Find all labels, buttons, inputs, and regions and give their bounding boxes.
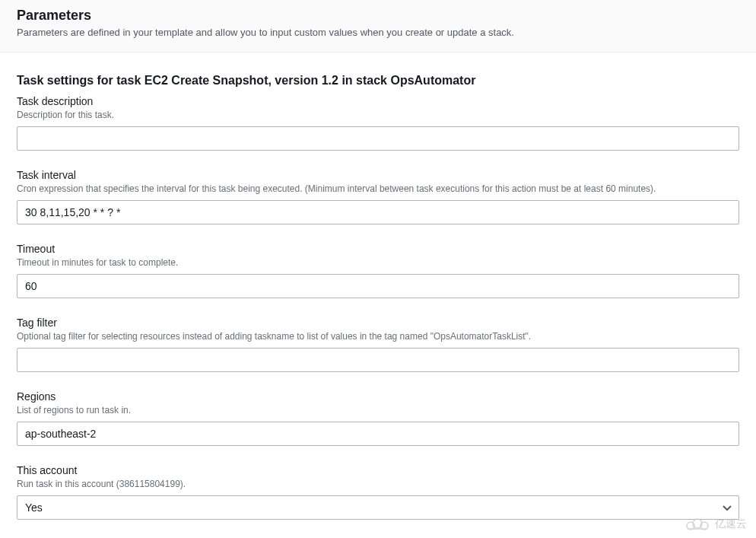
task-description-label: Task description (17, 95, 739, 107)
field-tag-filter: Tag filter Optional tag filter for selec… (17, 317, 739, 372)
parameters-header: Parameters Parameters are defined in you… (0, 0, 756, 53)
task-interval-hint: Cron expression that specifies the inter… (17, 182, 739, 196)
watermark: 亿速云 (685, 517, 747, 532)
field-regions: Regions List of regions to run task in. (17, 390, 739, 446)
regions-input[interactable] (17, 422, 739, 446)
this-account-hint: Run task in this account (386115804199). (17, 477, 739, 491)
section-title: Task settings for task EC2 Create Snapsh… (17, 74, 739, 88)
task-interval-label: Task interval (17, 169, 739, 181)
this-account-select-wrap: Yes (17, 495, 739, 520)
field-timeout: Timeout Timeout in minutes for task to c… (17, 243, 739, 298)
task-interval-input[interactable] (17, 200, 739, 224)
page-title: Parameters (17, 8, 739, 24)
main-content: Task settings for task EC2 Create Snapsh… (0, 53, 756, 538)
tag-filter-label: Tag filter (17, 317, 739, 329)
field-this-account: This account Run task in this account (3… (17, 464, 739, 520)
page-description: Parameters are defined in your template … (17, 27, 739, 38)
field-task-interval: Task interval Cron expression that speci… (17, 169, 739, 224)
field-task-description: Task description Description for this ta… (17, 95, 739, 151)
tag-filter-hint: Optional tag filter for selecting resour… (17, 329, 739, 343)
task-description-input[interactable] (17, 126, 739, 151)
cloud-icon (685, 517, 710, 532)
timeout-input[interactable] (17, 274, 739, 298)
task-description-hint: Description for this task. (17, 108, 739, 122)
regions-hint: List of regions to run task in. (17, 403, 739, 417)
this-account-select-value: Yes (25, 501, 43, 514)
watermark-text: 亿速云 (715, 517, 747, 531)
regions-label: Regions (17, 390, 739, 403)
timeout-label: Timeout (17, 243, 739, 255)
timeout-hint: Timeout in minutes for task to complete. (17, 256, 739, 269)
tag-filter-input[interactable] (17, 348, 739, 372)
this-account-label: This account (17, 464, 739, 476)
this-account-select[interactable]: Yes (17, 495, 739, 520)
